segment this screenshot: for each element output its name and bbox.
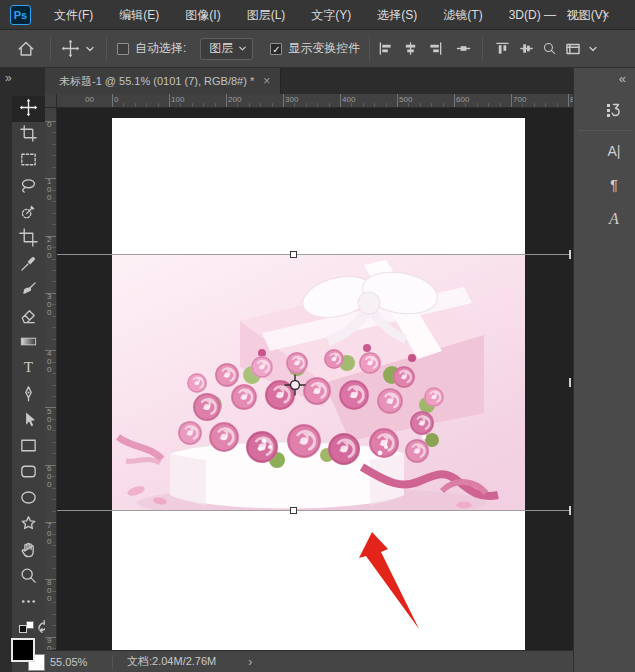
distribute-horizontal-button[interactable]	[456, 41, 471, 56]
pen-tool[interactable]	[12, 382, 45, 408]
marquee-tool[interactable]	[12, 148, 45, 174]
ruler-mark: 0	[47, 121, 51, 129]
brush-tool[interactable]	[12, 278, 45, 304]
ruler-mark: 500	[399, 95, 412, 104]
horizontal-ruler[interactable]: 000100200300400500600700800	[57, 94, 573, 108]
home-button[interactable]	[16, 39, 36, 59]
menu-item-image[interactable]: 图像(I)	[172, 0, 233, 30]
hand-tool[interactable]	[12, 538, 45, 564]
photoshop-logo[interactable]: Ps	[10, 5, 31, 25]
ruler-mark: 8 0 0	[47, 579, 51, 603]
align-right-edges-button[interactable]	[428, 41, 443, 56]
zoom-search-button[interactable]	[542, 41, 557, 56]
menu-item-file[interactable]: 文件(F)	[41, 0, 106, 30]
character-panel-icon[interactable]: A|	[600, 137, 628, 165]
eraser-tool[interactable]	[12, 304, 45, 330]
zoom-tool[interactable]	[12, 564, 45, 590]
zoom-level-field[interactable]: 55.05%	[50, 656, 112, 668]
hand-icon	[19, 540, 38, 563]
transform-reference-point[interactable]	[283, 373, 307, 397]
move-tool[interactable]	[12, 96, 45, 122]
align-horizontal-centers-button[interactable]	[403, 41, 418, 56]
ruler-corner	[45, 94, 57, 108]
menu-item-edit[interactable]: 编辑(E)	[106, 0, 172, 30]
document-title: 未标题-1 @ 55.1% (0101 (7), RGB/8#) *	[59, 74, 254, 89]
show-transform-checkbox[interactable]: ✓	[270, 43, 282, 55]
glyphs-panel-icon[interactable]: A	[600, 205, 628, 233]
vertical-ruler[interactable]: 01 0 02 0 03 0 04 0 05 0 06 0 07 0 08 0 …	[45, 108, 57, 650]
show-transform-label: 显示变换控件	[288, 40, 360, 57]
status-options-chevron[interactable]: ›	[248, 655, 252, 669]
auto-select-target-dropdown[interactable]: 图层	[200, 38, 253, 60]
menu-item-layer[interactable]: 图层(L)	[234, 0, 299, 30]
canvas-viewport[interactable]	[57, 108, 573, 650]
menu-item-filter[interactable]: 滤镜(T)	[430, 0, 495, 30]
rounded-rectangle-tool[interactable]	[12, 460, 45, 486]
auto-select-label: 自动选择:	[135, 40, 186, 57]
chevron-down-icon	[237, 43, 248, 54]
custom-shape-tool[interactable]	[12, 512, 45, 538]
crop-tool[interactable]	[12, 226, 45, 252]
tools-list	[12, 96, 45, 672]
transform-right-bottom-tick[interactable]	[569, 506, 571, 515]
quick-selection-tool[interactable]	[12, 200, 45, 226]
ruler-mark: 5 0 0	[47, 408, 51, 432]
maximize-button[interactable]: □	[567, 4, 589, 26]
menu-item-select[interactable]: 选择(S)	[364, 0, 430, 30]
ruler-mark: 7 0 0	[47, 522, 51, 546]
custom-shape-icon	[19, 514, 38, 537]
ruler-mark: 300	[285, 95, 298, 104]
document-tab[interactable]: 未标题-1 @ 55.1% (0101 (7), RGB/8#) * ×	[45, 68, 281, 94]
transform-bottom-handle[interactable]	[290, 507, 297, 514]
tab-close-icon[interactable]: ×	[263, 74, 270, 88]
paragraph-panel-icon[interactable]: ¶	[600, 171, 628, 199]
transform-right-top-tick[interactable]	[569, 250, 571, 259]
ruler-mark: 3 0 0	[47, 293, 51, 317]
rounded-rect-icon	[19, 462, 38, 485]
move-tool-icon[interactable]	[61, 39, 80, 58]
ruler-mark: 600	[456, 95, 469, 104]
transform-right-middle-tick[interactable]	[569, 378, 571, 387]
auto-select-checkbox[interactable]	[117, 43, 129, 55]
type-icon	[19, 358, 38, 381]
transform-top-handle[interactable]	[290, 251, 297, 258]
gradient-tool[interactable]	[12, 330, 45, 356]
path-select-tool[interactable]	[12, 408, 45, 434]
pen-icon	[19, 384, 38, 407]
separator	[112, 655, 113, 669]
chevron-down-icon[interactable]	[84, 43, 96, 55]
align-top-edges-button[interactable]	[495, 41, 510, 56]
close-button[interactable]: ×	[595, 4, 617, 26]
dock-separator	[578, 130, 632, 131]
marquee-icon	[19, 150, 38, 173]
menu-item-type[interactable]: 文字(Y)	[298, 0, 364, 30]
align-vertical-centers-button[interactable]	[519, 41, 534, 56]
ruler-mark: 4 0 0	[47, 350, 51, 374]
frame-tool[interactable]	[12, 122, 45, 148]
collapse-panels-icon[interactable]: «	[619, 71, 626, 86]
more-tools[interactable]	[12, 590, 45, 616]
dock-icons: A|¶A	[574, 90, 635, 239]
menu-items: 文件(F)编辑(E)图像(I)图层(L)文字(Y)选择(S)滤镜(T)3D(D)…	[41, 0, 620, 30]
frame-icon	[19, 124, 38, 147]
default-colors-icon[interactable]	[19, 621, 34, 635]
move-icon	[19, 98, 38, 121]
lasso-tool[interactable]	[12, 174, 45, 200]
type-tool[interactable]	[12, 356, 45, 382]
minimize-button[interactable]: —	[539, 4, 561, 26]
align-left-edges-button[interactable]	[378, 41, 393, 56]
tools-expand-button[interactable]: »	[5, 71, 11, 85]
chevron-down-icon[interactable]	[587, 43, 599, 55]
eyedropper-icon	[19, 254, 38, 277]
ruler-mark: 700	[513, 95, 526, 104]
history-panel-icon[interactable]	[600, 96, 628, 124]
tools-panel: »	[0, 68, 45, 672]
rectangle-tool[interactable]	[12, 434, 45, 460]
separator	[369, 37, 370, 61]
ruler-mark: 400	[342, 95, 355, 104]
eyedropper-tool[interactable]	[12, 252, 45, 278]
ellipse-tool[interactable]	[12, 486, 45, 512]
workspace-panel-button[interactable]	[565, 41, 581, 57]
separator	[482, 37, 483, 61]
foreground-color-swatch[interactable]	[11, 638, 35, 662]
